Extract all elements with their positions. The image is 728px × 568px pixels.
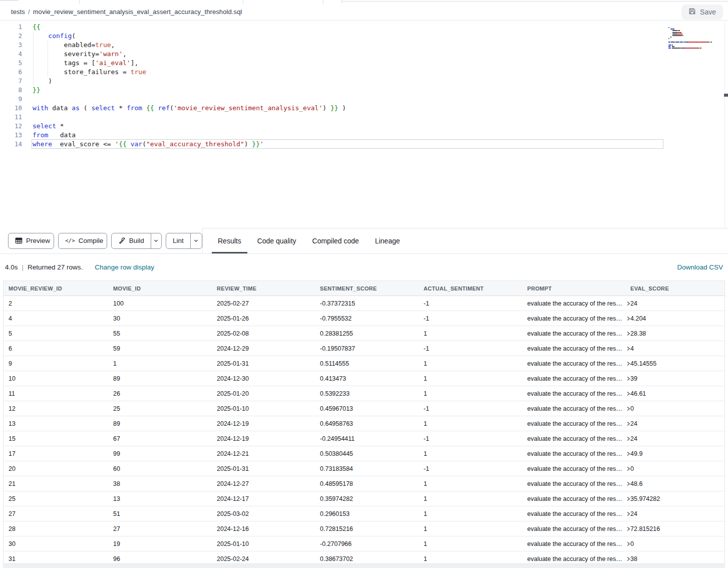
cell-movie-id: 96 <box>113 555 217 562</box>
cell-movie-review-id: 15 <box>9 435 113 442</box>
cell-review-time: 2024-12-19 <box>217 420 320 427</box>
minimap-line <box>668 24 722 25</box>
code-line[interactable] <box>33 113 346 122</box>
query-buttons: Preview </> Compile Build <box>0 228 202 253</box>
code-token: severity= <box>33 50 99 58</box>
table-row[interactable]: 25132024-12-170.359742821evaluate the ac… <box>4 491 724 506</box>
prompt-truncated-text: evaluate the accuracy of the res… <box>527 420 622 427</box>
table-row[interactable]: 13892024-12-190.649587631evaluate the ac… <box>4 416 724 431</box>
code-line[interactable]: ) <box>33 77 346 86</box>
horizontal-scrollbar[interactable] <box>3 563 725 568</box>
prompt-truncated-text: evaluate the accuracy of the res… <box>527 555 622 562</box>
cell-sentiment-score: -0.7955532 <box>320 315 424 322</box>
code-line[interactable]: }} <box>33 86 346 95</box>
line-number: 14 <box>0 140 22 149</box>
table-row[interactable]: 20602025-01-310.73183584-1evaluate the a… <box>4 461 724 476</box>
tab-results[interactable]: Results <box>218 228 241 253</box>
table-row[interactable]: 28272024-12-160.728152161evaluate the ac… <box>4 521 724 536</box>
prompt-truncated-text: evaluate the accuracy of the res… <box>527 510 622 517</box>
code-token: }} <box>33 86 41 94</box>
code-token: ( <box>80 104 91 112</box>
code-token: enabled= <box>33 41 95 49</box>
tab-compiled-code[interactable]: Compiled code <box>312 228 359 253</box>
tab-lineage[interactable]: Lineage <box>375 228 400 253</box>
cell-movie-id: 26 <box>113 390 217 397</box>
minimap-line <box>668 27 722 28</box>
minimap-segment <box>700 48 701 49</box>
code-line[interactable]: enabled=true, <box>33 41 346 50</box>
cell-eval-score: 38 <box>630 555 724 562</box>
table-row[interactable]: 10892024-12-300.4134731evaluate the accu… <box>4 371 724 386</box>
breadcrumb: tests/movie_review_sentiment_analysis_ev… <box>11 8 242 16</box>
table-row[interactable]: 30192025-01-10-0.27079661evaluate the ac… <box>4 536 724 551</box>
table-row[interactable]: 4302025-01-26-0.7955532-1evaluate the ac… <box>4 311 724 326</box>
cell-eval-score: 46.61 <box>630 390 724 397</box>
code-line[interactable]: with data as ( select * from {{ ref('mov… <box>33 104 346 113</box>
cell-actual-sentiment: 1 <box>424 420 527 427</box>
cell-movie-id: 99 <box>113 450 217 457</box>
editor-scrollbar-track[interactable] <box>724 21 725 228</box>
code-line[interactable] <box>33 95 346 104</box>
code-line[interactable]: config( <box>33 32 346 41</box>
build-button[interactable]: Build <box>112 233 151 248</box>
code-line[interactable]: severity='warn', <box>33 50 346 59</box>
table-row[interactable]: 15672024-12-19-0.24954411-1evaluate the … <box>4 431 724 446</box>
code-line[interactable]: select * <box>33 122 346 131</box>
build-dropdown-toggle[interactable] <box>151 233 161 248</box>
code-token: with <box>33 104 48 112</box>
code-line[interactable]: tags = ['ai_eval'], <box>33 59 346 68</box>
lint-button[interactable]: Lint <box>166 233 190 248</box>
table-row[interactable]: 12252025-01-100.45967013-1evaluate the a… <box>4 401 724 416</box>
editor-minimap[interactable] <box>668 24 722 46</box>
code-line[interactable]: store_failures = true <box>33 68 346 77</box>
minimap-segment <box>711 42 712 43</box>
minimap-line <box>668 38 722 39</box>
prompt-truncated-text: evaluate the accuracy of the res… <box>527 375 622 382</box>
compile-button[interactable]: </> Compile <box>58 233 107 249</box>
code-token: ) <box>322 104 326 112</box>
cell-review-time: 2025-02-08 <box>217 330 320 337</box>
cell-review-time: 2025-03-02 <box>217 510 320 517</box>
cell-movie-review-id: 2 <box>9 300 113 307</box>
prompt-truncated-text: evaluate the accuracy of the res… <box>527 480 622 487</box>
preview-button[interactable]: Preview <box>8 233 54 249</box>
code-token: 'warn' <box>99 50 123 58</box>
cell-actual-sentiment: -1 <box>424 315 527 322</box>
minimap-segment <box>672 46 674 47</box>
table-body: 21002025-02-27-0.37372315-1evaluate the … <box>4 296 724 566</box>
table-row[interactable]: 21002025-02-27-0.37372315-1evaluate the … <box>4 296 724 311</box>
code-token: , <box>123 50 127 58</box>
table-row[interactable]: 27512025-03-020.29601531evaluate the acc… <box>4 506 724 521</box>
change-row-display-link[interactable]: Change row display <box>95 263 154 271</box>
sql-code-editor[interactable]: 1234567891011121314 {{ config( enabled=t… <box>0 21 728 228</box>
save-button[interactable]: Save <box>681 5 723 20</box>
cell-sentiment-score: 0.2960153 <box>320 510 424 517</box>
tab-code-quality[interactable]: Code quality <box>257 228 296 253</box>
download-csv-link[interactable]: Download CSV <box>677 263 723 271</box>
code-line[interactable]: from data <box>33 131 346 140</box>
table-row[interactable]: 5552025-02-080.283812551evaluate the acc… <box>4 326 724 341</box>
cell-prompt: evaluate the accuracy of the res… <box>527 465 630 472</box>
minimap-line <box>668 44 722 45</box>
table-row[interactable]: 11262025-01-200.53922331evaluate the acc… <box>4 386 724 401</box>
line-number: 11 <box>0 113 22 122</box>
cell-sentiment-score: 0.48595178 <box>320 480 424 487</box>
cell-movie-review-id: 30 <box>9 540 113 547</box>
code-token: as <box>72 104 80 112</box>
cell-eval-score: 4 <box>630 345 724 352</box>
table-row[interactable]: 6592024-12-29-0.19507837-1evaluate the a… <box>4 341 724 356</box>
code-lines[interactable]: {{ config( enabled=true, severity='warn'… <box>33 23 346 149</box>
editor-scrollbar-thumb[interactable] <box>724 94 728 97</box>
code-line[interactable]: {{ <box>33 23 346 32</box>
cell-sentiment-score: 0.35974282 <box>320 495 424 502</box>
breadcrumb-filename: movie_review_sentiment_analysis_eval_ass… <box>33 8 242 16</box>
table-row[interactable]: 21382024-12-270.485951781evaluate the ac… <box>4 476 724 491</box>
table-row[interactable]: 912025-01-310.51145551evaluate the accur… <box>4 356 724 371</box>
table-row[interactable]: 17992024-12-210.503804451evaluate the ac… <box>4 446 724 461</box>
code-token: from <box>127 104 142 112</box>
lint-dropdown-toggle[interactable] <box>190 233 202 248</box>
cell-prompt: evaluate the accuracy of the res… <box>527 420 630 427</box>
code-token: true <box>131 68 146 76</box>
hammer-icon <box>118 237 126 244</box>
cell-review-time: 2024-12-27 <box>217 480 320 487</box>
